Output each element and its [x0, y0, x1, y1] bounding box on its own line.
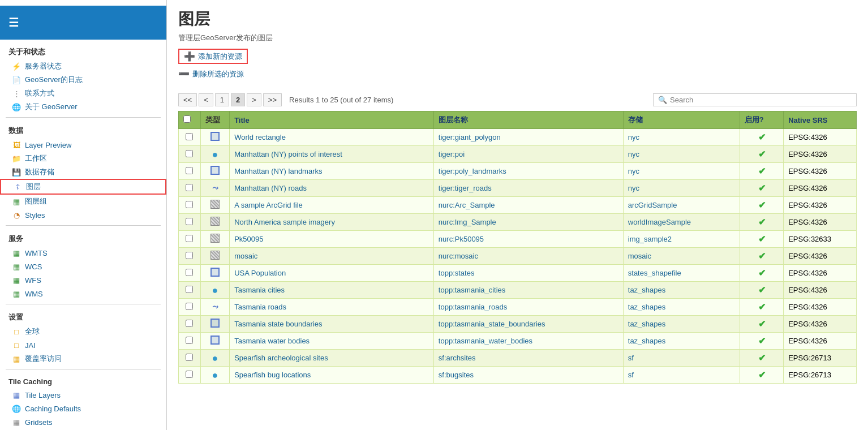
row-checkbox[interactable]: [186, 354, 193, 361]
sidebar-item-caching-defaults[interactable]: 🌐 Caching Defaults: [0, 402, 166, 415]
search-input[interactable]: [670, 96, 852, 104]
header-enabled[interactable]: 启用?: [740, 111, 783, 129]
row-title-link[interactable]: World rectangle: [234, 133, 286, 141]
row-title-link[interactable]: Tasmania state boundaries: [234, 320, 322, 328]
sidebar-item-about[interactable]: 🌐 关于 GeoServer: [0, 100, 166, 114]
header-srs[interactable]: Native SRS: [784, 111, 857, 129]
remove-resource-button[interactable]: ➖ 删除所选的资源: [178, 68, 244, 79]
page-2-button[interactable]: 2: [231, 93, 245, 106]
sidebar-item-wms[interactable]: ▦ WMS: [0, 287, 166, 300]
prev-page-button[interactable]: <: [199, 93, 213, 106]
row-layername-link[interactable]: nurc:Img_Sample: [439, 218, 496, 226]
last-page-button[interactable]: >>: [263, 93, 282, 106]
sidebar-item-jai[interactable]: □ JAI: [0, 338, 166, 352]
row-checkbox[interactable]: [186, 167, 193, 174]
row-checkbox[interactable]: [186, 184, 193, 191]
header-layername[interactable]: 图层名称: [433, 111, 623, 129]
row-layername-link[interactable]: topp:tasmania_state_boundaries: [439, 320, 545, 328]
row-checkbox[interactable]: [186, 269, 193, 276]
row-enabled-cell: ✔: [740, 180, 783, 197]
row-store-link[interactable]: sf: [628, 354, 634, 362]
layers-table: 类型 Title 图层名称 存储 启用? Native SRS World re…: [178, 111, 857, 384]
row-layername-link[interactable]: topp:tasmania_roads: [439, 303, 507, 311]
layergroup-icon: ▦: [11, 196, 22, 207]
header-title[interactable]: Title: [230, 111, 434, 129]
row-store-link[interactable]: sf: [628, 371, 634, 379]
row-checkbox[interactable]: [186, 201, 193, 208]
row-layername-link[interactable]: tiger:poly_landmarks: [439, 167, 506, 175]
row-store-link[interactable]: arcGridSample: [628, 201, 677, 209]
sidebar-item-styles[interactable]: ◔ Styles: [0, 208, 166, 222]
header-store[interactable]: 存储: [623, 111, 740, 129]
row-title-link[interactable]: Pk50095: [234, 235, 263, 243]
sidebar-item-layer-preview[interactable]: 🖼 Layer Preview: [0, 138, 166, 152]
row-layername-link[interactable]: sf:archsites: [439, 354, 476, 362]
row-store-link[interactable]: taz_shapes: [628, 286, 666, 294]
row-title-link[interactable]: mosaic: [234, 252, 257, 260]
row-store-link[interactable]: nyc: [628, 184, 639, 192]
row-store-link[interactable]: taz_shapes: [628, 303, 666, 311]
row-checkbox[interactable]: [186, 303, 193, 310]
row-store-link[interactable]: taz_shapes: [628, 337, 666, 345]
sidebar-item-wcs[interactable]: ▦ WCS: [0, 260, 166, 273]
sidebar-item-gridsets[interactable]: ▦ Gridsets: [0, 415, 166, 429]
sidebar-item-layergroups[interactable]: ▦ 图层组: [0, 195, 166, 208]
row-layername-link[interactable]: tiger:poi: [439, 150, 465, 158]
page-title: 图层: [178, 8, 857, 30]
select-all-checkbox[interactable]: [183, 115, 191, 123]
sidebar-item-layers[interactable]: ☦ 图层: [0, 179, 166, 195]
row-title-link[interactable]: Spearfish archeological sites: [234, 354, 328, 362]
row-layername-link[interactable]: topp:tasmania_water_bodies: [439, 337, 532, 345]
row-title-link[interactable]: Spearfish bug locations: [234, 371, 311, 379]
add-resource-button[interactable]: ➕ 添加新的资源: [178, 49, 248, 64]
row-store-link[interactable]: nyc: [628, 150, 639, 158]
row-title-link[interactable]: Tasmania cities: [234, 286, 285, 294]
row-store-link[interactable]: taz_shapes: [628, 320, 666, 328]
row-title-link[interactable]: Manhattan (NY) points of interest: [234, 150, 342, 158]
row-layername-link[interactable]: topp:tasmania_cities: [439, 286, 506, 294]
row-layername-link[interactable]: nurc:Arc_Sample: [439, 201, 495, 209]
row-checkbox[interactable]: [186, 320, 193, 327]
row-title-link[interactable]: North America sample imagery: [234, 218, 335, 226]
row-checkbox[interactable]: [186, 252, 193, 259]
row-checkbox[interactable]: [186, 371, 193, 378]
row-title-link[interactable]: Tasmania water bodies: [234, 337, 310, 345]
sidebar-item-server-status[interactable]: ⚡ 服务器状态: [0, 59, 166, 73]
row-checkbox[interactable]: [186, 218, 193, 225]
row-store-link[interactable]: mosaic: [628, 252, 651, 260]
row-checkbox[interactable]: [186, 235, 193, 242]
row-layername-link[interactable]: nurc:mosaic: [439, 252, 478, 260]
row-title-link[interactable]: Tasmania roads: [234, 303, 286, 311]
row-title-link[interactable]: Manhattan (NY) landmarks: [234, 167, 322, 175]
sidebar-item-datastores[interactable]: 💾 数据存储: [0, 165, 166, 179]
sidebar-item-wfs[interactable]: ▦ WFS: [0, 273, 166, 287]
sidebar-item-wmts[interactable]: ▦ WMTS: [0, 246, 166, 260]
row-store-link[interactable]: worldImageSample: [628, 218, 691, 226]
row-store-link[interactable]: nyc: [628, 133, 639, 141]
row-checkbox[interactable]: [186, 337, 193, 344]
sidebar-item-workspaces[interactable]: 📁 工作区: [0, 152, 166, 165]
row-checkbox[interactable]: [186, 286, 193, 293]
next-page-button[interactable]: >: [247, 93, 261, 106]
row-layername-link[interactable]: tiger:giant_polygon: [439, 133, 501, 141]
row-layername-link[interactable]: nurc:Pk50095: [439, 235, 484, 243]
first-page-button[interactable]: <<: [178, 93, 197, 106]
row-layername-link[interactable]: topp:states: [439, 269, 475, 277]
row-title-link[interactable]: Manhattan (NY) roads: [234, 184, 307, 192]
row-title-link[interactable]: A sample ArcGrid file: [234, 201, 303, 209]
styles-icon: ◔: [11, 210, 22, 220]
sidebar-item-coverage[interactable]: ▦ 覆盖率访问: [0, 352, 166, 366]
row-layername-link[interactable]: tiger:tiger_roads: [439, 184, 492, 192]
row-checkbox[interactable]: [186, 133, 193, 140]
sidebar-item-global[interactable]: □ 全球: [0, 325, 166, 338]
row-layername-link[interactable]: sf:bugsites: [439, 371, 474, 379]
page-1-button[interactable]: 1: [215, 93, 229, 106]
sidebar-item-logs[interactable]: 📄 GeoServer的日志: [0, 73, 166, 87]
row-store-link[interactable]: img_sample2: [628, 235, 672, 243]
row-store-link[interactable]: states_shapefile: [628, 269, 681, 277]
row-title-link[interactable]: USA Population: [234, 269, 286, 277]
row-store-link[interactable]: nyc: [628, 167, 639, 175]
row-checkbox[interactable]: [186, 150, 193, 157]
sidebar-item-contact[interactable]: ⋮ 联系方式: [0, 87, 166, 100]
sidebar-item-tile-layers[interactable]: ▦ Tile Layers: [0, 388, 166, 402]
